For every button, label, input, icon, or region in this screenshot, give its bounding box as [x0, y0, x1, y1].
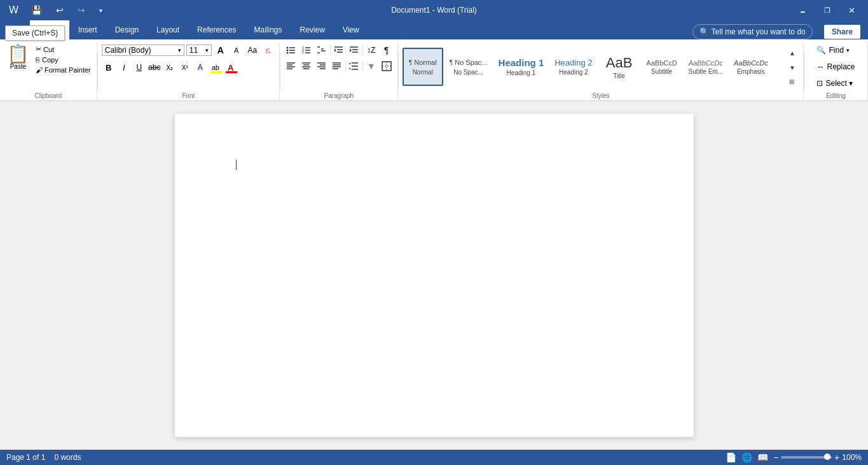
save-tooltip: Save (Ctrl+S)	[5, 25, 65, 41]
justify-button[interactable]	[330, 59, 344, 73]
zoom-thumb[interactable]	[824, 454, 830, 460]
maximize-button[interactable]: ❐	[816, 0, 838, 20]
svg-text:3.: 3.	[302, 50, 305, 54]
layout-read-icon[interactable]: 📖	[757, 452, 768, 462]
quick-access-more-button[interactable]: ▾	[94, 6, 107, 15]
font-size-selector[interactable]: 11 ▾	[186, 45, 212, 56]
clipboard-label: Clipboard	[0, 92, 97, 99]
tab-design[interactable]: Design	[106, 20, 148, 39]
layout-print-icon[interactable]: 📄	[726, 452, 736, 462]
copy-label: Copy	[42, 56, 59, 64]
paragraph-group-label: Paragraph	[280, 92, 397, 99]
style-subtle-emphasis-label: Subtle Em...	[689, 68, 723, 75]
font-selector-row: Calibri (Body) ▾ 11 ▾ A A Aa ⎌	[102, 43, 275, 57]
document-page[interactable]	[175, 114, 694, 437]
restore-down-button[interactable]: 🗕	[792, 0, 814, 20]
style-emphasis[interactable]: AaBbCcDc Emphasis	[729, 48, 773, 86]
paragraph-group: 1.2.3. ↕Z ¶	[280, 42, 398, 101]
font-dropdown-icon: ▾	[178, 47, 181, 53]
underline-button[interactable]: U	[132, 60, 146, 74]
cut-button[interactable]: ✂ Cut	[34, 45, 93, 54]
replace-button[interactable]: ↔ Replace	[812, 60, 859, 74]
clipboard-group: 📋 Paste ✂ Cut ⎘ Copy 🖌 Format Painter Cl…	[0, 42, 97, 101]
para-divider3	[345, 60, 346, 72]
style-heading1[interactable]: Heading 1 Heading 1	[494, 48, 549, 86]
style-title-label: Title	[613, 73, 625, 80]
paste-button[interactable]: 📋 Paste	[4, 43, 32, 72]
multilevel-list-button[interactable]	[315, 43, 329, 57]
zoom-bar	[781, 456, 832, 459]
copy-button[interactable]: ⎘ Copy	[34, 55, 93, 64]
styles-expand[interactable]: ⊞	[789, 78, 796, 85]
tab-references[interactable]: References	[188, 20, 245, 39]
document-area[interactable]	[0, 101, 868, 450]
redo-button[interactable]: ↪	[72, 4, 90, 17]
style-title[interactable]: AaB Title	[599, 48, 640, 86]
tab-insert[interactable]: Insert	[69, 20, 106, 39]
increase-indent-button[interactable]	[347, 43, 361, 57]
font-color-button[interactable]: A	[224, 60, 238, 74]
shading-button[interactable]: ▼	[364, 59, 378, 73]
subscript-button[interactable]: X₂	[163, 60, 177, 74]
title-bar: W 💾 Save (Ctrl+S) ↩ ↪ ▾ Document1 - Word…	[0, 0, 868, 20]
styles-scroll-up[interactable]: ▲	[789, 50, 796, 57]
tab-layout[interactable]: Layout	[148, 20, 188, 39]
close-button[interactable]: ✕	[841, 0, 863, 20]
align-left-button[interactable]	[284, 59, 298, 73]
style-no-spacing[interactable]: ¶ No Spac... No Spac...	[445, 48, 492, 86]
text-cursor	[236, 160, 237, 170]
zoom-minus-button[interactable]: −	[773, 452, 778, 462]
zoom-plus-button[interactable]: +	[834, 452, 839, 462]
borders-button[interactable]	[380, 59, 394, 73]
para-divider2	[362, 45, 363, 56]
style-heading2[interactable]: Heading 2 Heading 2	[550, 48, 596, 86]
share-button[interactable]: Share	[824, 25, 860, 39]
style-emphasis-label: Emphasis	[737, 68, 765, 75]
title-bar-title: Document1 - Word (Trial)	[391, 6, 477, 15]
text-effect-button[interactable]: A	[193, 60, 207, 74]
line-spacing-button[interactable]	[347, 59, 361, 73]
word-icon-button[interactable]: W	[5, 4, 22, 16]
style-heading2-label: Heading 2	[559, 69, 588, 76]
page-info: Page 1 of 1	[6, 453, 45, 462]
bullets-button[interactable]	[284, 43, 298, 57]
numbering-button[interactable]: 1.2.3.	[300, 43, 313, 57]
superscript-button[interactable]: X²	[178, 60, 192, 74]
tell-me-input[interactable]: 🔍 Tell me what you want to do	[692, 24, 813, 39]
save-button[interactable]: 💾 Save (Ctrl+S)	[26, 4, 47, 17]
styles-group: ¶ Normal Normal ¶ No Spac... No Spac... …	[399, 42, 804, 101]
tab-view[interactable]: View	[334, 20, 368, 39]
font-case-button[interactable]: Aa	[245, 43, 259, 57]
italic-button[interactable]: I	[117, 60, 131, 74]
sort-button[interactable]: ↕Z	[364, 43, 378, 57]
style-normal[interactable]: ¶ Normal Normal	[403, 48, 443, 86]
styles-scroll-down[interactable]: ▼	[789, 64, 796, 71]
undo-button[interactable]: ↩	[51, 4, 69, 17]
find-button[interactable]: 🔍 Find ▾	[812, 43, 859, 57]
highlight-button[interactable]: ab	[209, 60, 223, 74]
decrease-indent-button[interactable]	[332, 43, 346, 57]
show-marks-button[interactable]: ¶	[380, 43, 394, 57]
zoom-control[interactable]: − + 100%	[773, 452, 862, 462]
select-button[interactable]: ⊡ Select ▾	[812, 76, 859, 90]
format-painter-button[interactable]: 🖌 Format Painter	[34, 66, 93, 74]
font-grow-button[interactable]: A	[214, 43, 228, 57]
align-center-button[interactable]	[300, 59, 313, 73]
bold-button[interactable]: B	[102, 60, 116, 74]
layout-web-icon[interactable]: 🌐	[741, 452, 752, 462]
style-subtitle[interactable]: AaBbCcD Subtitle	[642, 48, 682, 86]
clear-format-button[interactable]: ⎌	[261, 43, 275, 57]
font-size-value: 11	[189, 46, 198, 55]
strikethrough-button[interactable]: abc	[148, 60, 162, 74]
tab-mailings[interactable]: Mailings	[245, 20, 291, 39]
search-icon: 🔍	[699, 27, 709, 36]
editing-group: 🔍 Find ▾ ↔ Replace ⊡ Select ▾ Editing	[804, 42, 868, 101]
para-row-2: ▼	[284, 59, 394, 73]
style-subtle-emphasis[interactable]: AaBbCcDc Subtle Em...	[684, 48, 727, 86]
align-right-button[interactable]	[315, 59, 329, 73]
font-family-selector[interactable]: Calibri (Body) ▾	[102, 45, 184, 56]
font-size-dropdown-icon: ▾	[205, 47, 209, 53]
tab-review[interactable]: Review	[291, 20, 333, 39]
select-icon: ⊡	[816, 79, 823, 88]
font-shrink-button[interactable]: A	[230, 43, 244, 57]
